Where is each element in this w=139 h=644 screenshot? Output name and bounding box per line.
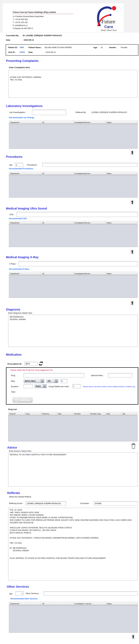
column-header-duration: Duration xyxy=(73,412,89,416)
referring-doctor-input[interactable] xyxy=(26,501,66,506)
other-services-label: Other Services : xyxy=(26,592,40,594)
referred-by-label: Reffered By : xyxy=(76,111,87,114)
patient-age-value: 41 xyxy=(101,46,103,48)
recommended-other-link: Recommended Other Services xyxy=(10,598,38,600)
chevron-down-icon: ▼ xyxy=(55,379,58,383)
per-meal-input[interactable] xyxy=(72,384,80,388)
complaints-sublabel: Enter Complaints Here xyxy=(9,66,30,68)
procedures-qty-input[interactable] xyxy=(15,163,23,167)
section-title-uss: Medical Imaging Ultra Sound xyxy=(6,207,47,210)
referring-doctor-label: Reffering Doctor xyxy=(9,502,22,504)
visit-date-label: Date xyxy=(28,51,32,53)
consultant-input[interactable] xyxy=(94,501,138,506)
company-title-underline xyxy=(13,14,73,14)
recommended-uss-link: Recommended USS xyxy=(9,218,27,220)
lab-investigation-input[interactable] xyxy=(32,110,66,115)
procedures-input[interactable] xyxy=(42,163,138,167)
section-title-other-services: Other Services xyxy=(7,585,29,588)
table-header-row: Department ID Investigation / Service St… xyxy=(9,602,138,606)
procedures-qty-label: Qty : xyxy=(9,164,13,166)
patient-info-box: Patient ID : 7996 Patient Name : SELMA A… xyxy=(6,44,138,56)
way-label: Way : xyxy=(11,380,16,382)
section-title-laboratory: Laboratory Investigations xyxy=(6,104,42,108)
duration-unit-select[interactable]: Day/s ▼ xyxy=(34,384,46,388)
patient-name-label: Patient Name : xyxy=(28,46,42,48)
chevron-down-icon: ▼ xyxy=(43,384,46,388)
uss-input[interactable] xyxy=(16,212,138,217)
referral-textarea[interactable]: PTE: 41 YEAR LMP: SINCE 28/08/24 UNTIL N… xyxy=(8,508,138,580)
other-services-input[interactable] xyxy=(44,592,138,596)
logo: Future Care ♥ Body Mind Soul xyxy=(90,4,127,32)
address-line: Le Chainter,Victoria,Mahe,Seychelles xyxy=(13,15,44,18)
column-header-department: Department xyxy=(9,221,41,224)
procedures-trash-icon[interactable] xyxy=(130,200,134,205)
other-services-trash-icon[interactable] xyxy=(131,634,135,640)
company-address: Le Chainter,Victoria,Mahe,Seychelles T: … xyxy=(13,15,44,30)
column-header-status: Status xyxy=(106,602,138,606)
table-header-row: Department ID Investigation/Service Stat… xyxy=(9,172,137,175)
frequency-select[interactable]: OD ▼ xyxy=(46,379,58,383)
lab-tests-table: Department ID Investigation/Service Stat… xyxy=(9,121,138,149)
column-header-service: Investigation/Service xyxy=(74,121,106,124)
column-header-status: Status xyxy=(105,272,137,275)
recommended-lab-link: Recommended Lab Testings xyxy=(9,116,34,119)
drug-suggestion-warning: Please select the Drug from Drug suggess… xyxy=(10,369,52,371)
other-qty-input[interactable] xyxy=(16,592,24,596)
column-header-service: Investigation/Service xyxy=(74,272,106,275)
section-title-complaints: Presenting Complaints xyxy=(6,59,38,62)
duration-input[interactable] xyxy=(24,384,33,388)
column-header-frequency: Fequency xyxy=(41,412,57,416)
xray-input[interactable] xyxy=(19,261,138,266)
meal-select-value: Before Meal xyxy=(24,379,41,383)
section-title-referrals: Refferals xyxy=(7,491,20,495)
column-header-id: ID xyxy=(41,272,74,275)
referrals-sublabel: Select the needed Refferal xyxy=(9,496,31,498)
diagnosis-sublabel: Enter Diagnosis Details Here xyxy=(8,312,32,314)
column-header-department: Department xyxy=(9,172,41,175)
consulted-by-value: Dr. LEONEL ENRIQUE GUERRA ROSALES xyxy=(23,34,62,36)
advice-textarea[interactable]: REFERAL TO VICTORIA HOSPITAL FOR FUTURE … xyxy=(8,452,138,486)
column-header-note: Note xyxy=(105,412,121,416)
xray-trash-icon[interactable] xyxy=(130,301,134,306)
section-title-xray: Medical Imaging X-Ray xyxy=(6,256,38,259)
drug-entry-panel: Please select the Drug from Drug suggess… xyxy=(6,367,138,405)
refresh-icon[interactable] xyxy=(38,361,43,366)
drug-list-trash-icon[interactable] xyxy=(131,443,136,450)
diagnosis-textarea[interactable]: METRORRAGIA SEVERAL ANEMIA xyxy=(8,315,138,347)
address-phone1: T: +24 82 593 593 xyxy=(13,18,44,21)
patient-id-value: 7996 xyxy=(20,46,24,48)
lab-trash-icon[interactable] xyxy=(130,150,134,156)
meal-select[interactable]: Before Meal ▼ xyxy=(24,379,44,383)
column-header-drug-id: Drug ID xyxy=(8,412,24,416)
add-drug-button[interactable]: + Add Drug xyxy=(12,397,33,403)
column-header-status: Status xyxy=(105,221,137,224)
consult-date-label: Date xyxy=(6,39,10,41)
patient-id-label: Patient ID : xyxy=(8,46,18,48)
column-header-duration-type: Duration Type xyxy=(89,412,105,416)
visit-id-value: 15550 xyxy=(20,51,25,53)
special-notes-input[interactable] xyxy=(108,373,132,378)
column-header-status: Status xyxy=(105,172,137,175)
table-header-row: Department ID Investigation/Service Stat… xyxy=(9,272,137,276)
plus-icon: + xyxy=(15,398,18,402)
frequency-select-value: OD xyxy=(47,379,55,383)
column-header-way: Way xyxy=(57,412,73,416)
uss-trash-icon[interactable] xyxy=(130,250,134,254)
prescription-id-input[interactable] xyxy=(24,362,38,366)
recommended-xray-link: Recommended X-Rays xyxy=(9,268,29,270)
drug-input[interactable] xyxy=(24,373,84,378)
way-qty-input[interactable] xyxy=(60,379,68,383)
address-email: E: jude@future.sc xyxy=(13,24,44,27)
referred-by-value: LEONEL ENRIQUE GUERRA ROSALES xyxy=(92,111,127,114)
complaints-textarea[interactable]: GYNAE USS YESTERDAY: NORMAL FBC: 5.8 G/D… xyxy=(8,70,138,98)
column-header-id: ID xyxy=(41,172,74,175)
special-notes-label: Special Notes : xyxy=(91,374,104,376)
logo-sub: Care xyxy=(104,25,113,29)
lab-investigation-label: Lab Investingation : xyxy=(9,111,26,114)
consulted-by-label: Consulted By : xyxy=(6,34,20,36)
logo-name: Future xyxy=(101,18,116,25)
drug-list-table: Drug ID Drug Fequency Way Duration Durat… xyxy=(8,412,138,442)
column-header-id: ID xyxy=(41,121,74,124)
prescription-id-label: Prescription ID : xyxy=(8,363,22,365)
column-header-id: ID xyxy=(41,221,74,224)
